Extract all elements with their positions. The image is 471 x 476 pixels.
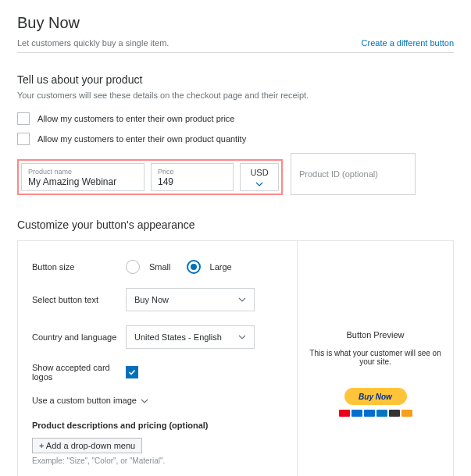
button-text-select[interactable]: Buy Now (126, 288, 255, 311)
price-label: Price (158, 169, 227, 176)
dropdown-example: Example: "Size", "Color", or "Material". (32, 456, 283, 465)
options-heading: Product descriptions and pricing (option… (32, 421, 283, 430)
product-name-label: Product name (28, 169, 137, 176)
preview-title: Button Preview (304, 330, 447, 339)
allow-own-price-label: Allow my customers to enter their own pr… (37, 114, 235, 123)
card-logos (304, 410, 447, 417)
size-large-radio[interactable] (187, 260, 201, 274)
currency-select[interactable]: USD (240, 163, 279, 191)
add-dropdown-button[interactable]: + Add a drop-down menu (32, 438, 142, 453)
custom-image-toggle[interactable]: Use a custom button image (32, 396, 148, 405)
price-input[interactable] (158, 176, 227, 187)
show-logos-checkbox[interactable] (126, 366, 138, 378)
chevron-down-icon (238, 333, 246, 341)
chevron-down-icon (238, 296, 246, 304)
product-id-input[interactable] (299, 169, 407, 179)
allow-own-quantity-label: Allow my customers to enter their own pr… (37, 134, 246, 144)
product-section-title: Tell us about your product (17, 73, 454, 86)
page-title: Buy Now (17, 14, 454, 32)
preview-text: This is what your customer will see on y… (304, 349, 447, 366)
card-logo (389, 410, 400, 417)
size-small-radio[interactable] (126, 260, 140, 274)
product-id-field[interactable] (291, 153, 416, 195)
product-name-input[interactable] (28, 176, 137, 187)
card-logo (339, 410, 350, 417)
button-text-value: Buy Now (134, 295, 169, 304)
page-subtext: Let customers quickly buy a single item. (17, 38, 169, 48)
price-field[interactable]: Price (151, 163, 234, 191)
allow-own-quantity-checkbox[interactable] (17, 133, 30, 145)
allow-own-price-checkbox[interactable] (17, 112, 30, 125)
card-logo (376, 410, 387, 417)
card-logo (351, 410, 362, 417)
size-small-label: Small (149, 262, 171, 272)
customize-section-title: Customize your button's appearance (17, 218, 454, 231)
button-size-label: Button size (32, 262, 126, 272)
chevron-down-icon (141, 397, 148, 405)
currency-value: USD (250, 168, 268, 177)
product-section-subtext: Your customers will see these details on… (17, 91, 454, 100)
product-name-field[interactable]: Product name (21, 163, 145, 191)
chevron-down-icon (255, 180, 263, 188)
button-text-label: Select button text (32, 295, 126, 304)
size-large-label: Large (210, 262, 232, 272)
country-label: Country and language (32, 332, 126, 342)
create-different-button-link[interactable]: Create a different button (362, 38, 454, 48)
preview-button: Buy Now (344, 388, 407, 405)
card-logo (364, 410, 375, 417)
country-select[interactable]: United States - English (126, 325, 255, 349)
card-logo (401, 410, 412, 417)
country-value: United States - English (134, 332, 222, 342)
show-logos-label: Show accepted card logos (32, 363, 126, 382)
highlight-box: Product name Price USD (17, 159, 283, 195)
